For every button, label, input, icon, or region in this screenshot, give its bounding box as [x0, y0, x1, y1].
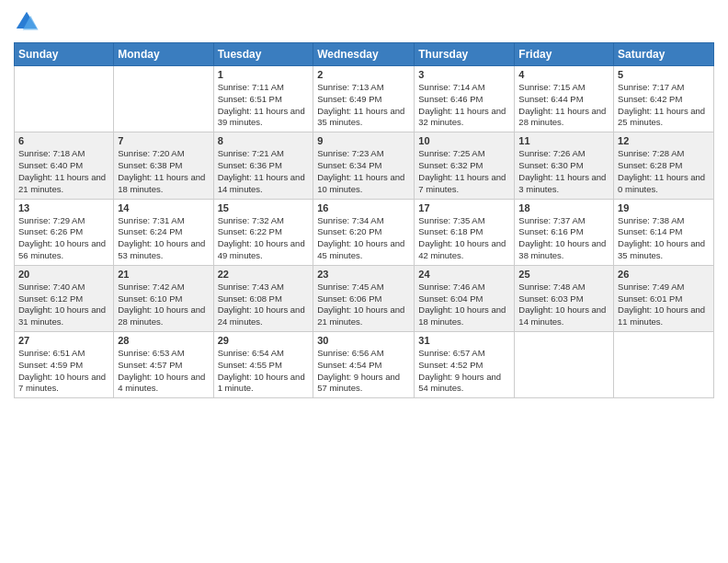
day-number: 3 [418, 69, 510, 80]
day-number: 17 [418, 202, 510, 213]
calendar-cell: 13Sunrise: 7:29 AM Sunset: 6:26 PM Dayli… [15, 199, 114, 265]
header-day: Tuesday [213, 43, 313, 66]
calendar-cell [15, 66, 114, 132]
day-info: Sunrise: 7:28 AM Sunset: 6:28 PM Dayligh… [618, 148, 710, 195]
calendar-header: SundayMondayTuesdayWednesdayThursdayFrid… [15, 43, 714, 66]
calendar-cell: 27Sunrise: 6:51 AM Sunset: 4:59 PM Dayli… [15, 332, 114, 398]
day-info: Sunrise: 7:23 AM Sunset: 6:34 PM Dayligh… [317, 148, 410, 195]
day-info: Sunrise: 6:54 AM Sunset: 4:55 PM Dayligh… [218, 348, 310, 395]
day-number: 8 [218, 135, 310, 146]
day-number: 22 [218, 269, 310, 280]
calendar-cell: 30Sunrise: 6:56 AM Sunset: 4:54 PM Dayli… [313, 332, 415, 398]
calendar-cell: 2Sunrise: 7:13 AM Sunset: 6:49 PM Daylig… [313, 66, 415, 132]
day-info: Sunrise: 7:11 AM Sunset: 6:51 PM Dayligh… [218, 82, 310, 129]
header-day: Thursday [415, 43, 515, 66]
day-info: Sunrise: 7:42 AM Sunset: 6:10 PM Dayligh… [118, 282, 209, 328]
calendar-cell: 28Sunrise: 6:53 AM Sunset: 4:57 PM Dayli… [114, 332, 213, 398]
day-info: Sunrise: 7:25 AM Sunset: 6:32 PM Dayligh… [418, 148, 510, 195]
calendar-cell: 6Sunrise: 7:18 AM Sunset: 6:40 PM Daylig… [15, 132, 114, 199]
day-number: 20 [18, 269, 109, 280]
calendar-cell: 17Sunrise: 7:35 AM Sunset: 6:18 PM Dayli… [415, 199, 515, 265]
header [14, 9, 714, 35]
day-number: 9 [317, 135, 410, 146]
calendar-cell: 20Sunrise: 7:40 AM Sunset: 6:12 PM Dayli… [15, 265, 114, 331]
day-number: 27 [18, 335, 109, 346]
day-info: Sunrise: 7:35 AM Sunset: 6:18 PM Dayligh… [418, 215, 510, 262]
day-number: 1 [218, 69, 310, 80]
day-number: 24 [418, 269, 510, 280]
day-info: Sunrise: 7:26 AM Sunset: 6:30 PM Dayligh… [518, 148, 609, 195]
calendar-week: 6Sunrise: 7:18 AM Sunset: 6:40 PM Daylig… [15, 132, 714, 199]
calendar-cell: 31Sunrise: 6:57 AM Sunset: 4:52 PM Dayli… [415, 332, 515, 398]
calendar-cell: 21Sunrise: 7:42 AM Sunset: 6:10 PM Dayli… [114, 265, 213, 331]
logo-icon [14, 9, 40, 35]
header-row: SundayMondayTuesdayWednesdayThursdayFrid… [15, 43, 714, 66]
day-info: Sunrise: 7:34 AM Sunset: 6:20 PM Dayligh… [317, 215, 410, 262]
day-info: Sunrise: 7:45 AM Sunset: 6:06 PM Dayligh… [317, 282, 410, 328]
day-number: 16 [317, 202, 410, 213]
calendar-cell: 25Sunrise: 7:48 AM Sunset: 6:03 PM Dayli… [515, 265, 614, 331]
header-day: Monday [114, 43, 213, 66]
day-info: Sunrise: 7:49 AM Sunset: 6:01 PM Dayligh… [618, 282, 710, 328]
day-number: 21 [118, 269, 209, 280]
day-info: Sunrise: 7:38 AM Sunset: 6:14 PM Dayligh… [618, 215, 710, 262]
day-info: Sunrise: 6:56 AM Sunset: 4:54 PM Dayligh… [317, 348, 410, 395]
day-number: 11 [518, 135, 609, 146]
header-day: Wednesday [313, 43, 415, 66]
calendar-cell [515, 332, 614, 398]
header-day: Friday [515, 43, 614, 66]
day-info: Sunrise: 6:51 AM Sunset: 4:59 PM Dayligh… [18, 348, 109, 395]
page: SundayMondayTuesdayWednesdayThursdayFrid… [0, 0, 728, 563]
day-number: 10 [418, 135, 510, 146]
calendar-cell: 11Sunrise: 7:26 AM Sunset: 6:30 PM Dayli… [515, 132, 614, 199]
calendar-cell: 5Sunrise: 7:17 AM Sunset: 6:42 PM Daylig… [614, 66, 714, 132]
calendar-body: 1Sunrise: 7:11 AM Sunset: 6:51 PM Daylig… [15, 66, 714, 398]
calendar-cell: 7Sunrise: 7:20 AM Sunset: 6:38 PM Daylig… [114, 132, 213, 199]
day-info: Sunrise: 7:48 AM Sunset: 6:03 PM Dayligh… [518, 282, 609, 328]
day-number: 12 [618, 135, 710, 146]
day-info: Sunrise: 7:13 AM Sunset: 6:49 PM Dayligh… [317, 82, 410, 129]
calendar-cell: 22Sunrise: 7:43 AM Sunset: 6:08 PM Dayli… [213, 265, 313, 331]
calendar-cell: 15Sunrise: 7:32 AM Sunset: 6:22 PM Dayli… [213, 199, 313, 265]
calendar-cell: 23Sunrise: 7:45 AM Sunset: 6:06 PM Dayli… [313, 265, 415, 331]
day-info: Sunrise: 7:40 AM Sunset: 6:12 PM Dayligh… [18, 282, 109, 328]
day-info: Sunrise: 7:29 AM Sunset: 6:26 PM Dayligh… [18, 215, 109, 262]
calendar-cell: 10Sunrise: 7:25 AM Sunset: 6:32 PM Dayli… [415, 132, 515, 199]
calendar-cell: 3Sunrise: 7:14 AM Sunset: 6:46 PM Daylig… [415, 66, 515, 132]
day-number: 13 [18, 202, 109, 213]
day-number: 23 [317, 269, 410, 280]
calendar-cell: 16Sunrise: 7:34 AM Sunset: 6:20 PM Dayli… [313, 199, 415, 265]
day-info: Sunrise: 7:32 AM Sunset: 6:22 PM Dayligh… [218, 215, 310, 262]
calendar-cell: 12Sunrise: 7:28 AM Sunset: 6:28 PM Dayli… [614, 132, 714, 199]
day-info: Sunrise: 7:31 AM Sunset: 6:24 PM Dayligh… [118, 215, 209, 262]
day-info: Sunrise: 6:57 AM Sunset: 4:52 PM Dayligh… [418, 348, 510, 395]
day-number: 6 [18, 135, 109, 146]
day-number: 5 [618, 69, 710, 80]
calendar-cell: 4Sunrise: 7:15 AM Sunset: 6:44 PM Daylig… [515, 66, 614, 132]
day-number: 31 [418, 335, 510, 346]
day-number: 2 [317, 69, 410, 80]
calendar-week: 27Sunrise: 6:51 AM Sunset: 4:59 PM Dayli… [15, 332, 714, 398]
day-number: 14 [118, 202, 209, 213]
day-info: Sunrise: 7:15 AM Sunset: 6:44 PM Dayligh… [518, 82, 609, 129]
day-info: Sunrise: 7:14 AM Sunset: 6:46 PM Dayligh… [418, 82, 510, 129]
day-number: 7 [118, 135, 209, 146]
calendar-cell [114, 66, 213, 132]
logo [14, 9, 41, 35]
day-info: Sunrise: 7:18 AM Sunset: 6:40 PM Dayligh… [18, 148, 109, 195]
day-number: 19 [618, 202, 710, 213]
day-number: 25 [518, 269, 609, 280]
calendar-cell: 26Sunrise: 7:49 AM Sunset: 6:01 PM Dayli… [614, 265, 714, 331]
calendar-cell: 14Sunrise: 7:31 AM Sunset: 6:24 PM Dayli… [114, 199, 213, 265]
day-number: 29 [218, 335, 310, 346]
day-number: 4 [518, 69, 609, 80]
day-info: Sunrise: 6:53 AM Sunset: 4:57 PM Dayligh… [118, 348, 209, 395]
calendar-cell [614, 332, 714, 398]
calendar-week: 1Sunrise: 7:11 AM Sunset: 6:51 PM Daylig… [15, 66, 714, 132]
calendar-cell: 29Sunrise: 6:54 AM Sunset: 4:55 PM Dayli… [213, 332, 313, 398]
day-number: 30 [317, 335, 410, 346]
header-day: Sunday [15, 43, 114, 66]
calendar-week: 20Sunrise: 7:40 AM Sunset: 6:12 PM Dayli… [15, 265, 714, 331]
calendar-cell: 8Sunrise: 7:21 AM Sunset: 6:36 PM Daylig… [213, 132, 313, 199]
day-number: 18 [518, 202, 609, 213]
